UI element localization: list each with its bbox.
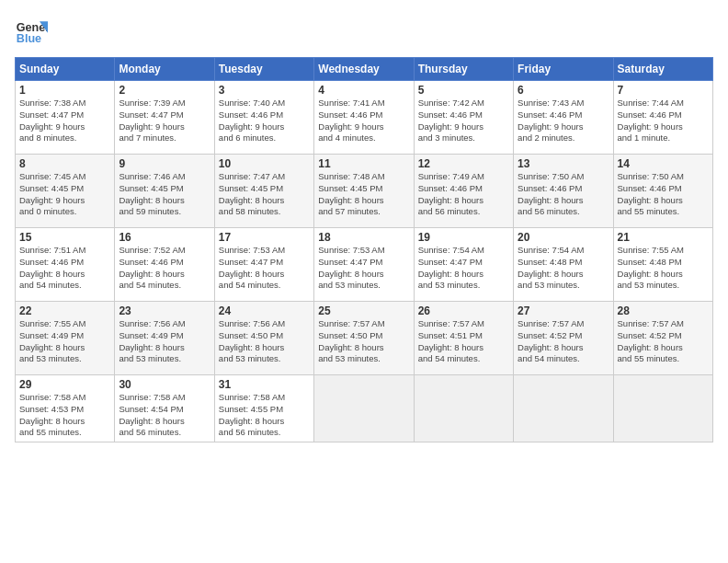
cell-info: and 54 minutes.	[518, 353, 609, 365]
cell-info: Sunrise: 7:57 AM	[618, 318, 709, 330]
logo-icon: General Blue	[15, 15, 48, 48]
cell-info: Daylight: 8 hours	[19, 416, 110, 428]
cell-info: Sunset: 4:46 PM	[219, 109, 310, 121]
cell-info: Daylight: 8 hours	[219, 342, 310, 354]
calendar-cell: 25Sunrise: 7:57 AMSunset: 4:50 PMDayligh…	[314, 302, 414, 375]
cell-info: and 1 minute.	[618, 132, 709, 144]
calendar-week-3: 15Sunrise: 7:51 AMSunset: 4:46 PMDayligh…	[16, 228, 713, 302]
day-number: 5	[418, 84, 509, 97]
calendar-week-5: 29Sunrise: 7:58 AMSunset: 4:53 PMDayligh…	[16, 375, 713, 442]
cell-info: Sunset: 4:46 PM	[518, 109, 609, 121]
col-header-saturday: Saturday	[613, 58, 712, 81]
calendar-cell: 28Sunrise: 7:57 AMSunset: 4:52 PMDayligh…	[613, 302, 712, 375]
calendar-cell: 24Sunrise: 7:56 AMSunset: 4:50 PMDayligh…	[214, 302, 313, 375]
day-number: 6	[518, 84, 609, 97]
cell-info: Sunrise: 7:55 AM	[618, 245, 709, 257]
cell-info: Sunrise: 7:40 AM	[219, 98, 310, 109]
cell-info: Sunrise: 7:53 AM	[219, 245, 310, 257]
page-header: General Blue	[15, 15, 713, 48]
cell-info: Daylight: 8 hours	[119, 342, 210, 354]
cell-info: Daylight: 8 hours	[618, 269, 709, 281]
calendar-cell: 31Sunrise: 7:58 AMSunset: 4:55 PMDayligh…	[214, 375, 313, 442]
cell-info: and 54 minutes.	[418, 353, 509, 365]
cell-info: Sunrise: 7:54 AM	[518, 245, 609, 257]
calendar-cell: 30Sunrise: 7:58 AMSunset: 4:54 PMDayligh…	[115, 375, 214, 442]
calendar-cell: 10Sunrise: 7:47 AMSunset: 4:45 PMDayligh…	[214, 155, 313, 228]
cell-info: Sunrise: 7:51 AM	[19, 245, 110, 257]
col-header-sunday: Sunday	[16, 58, 115, 81]
day-number: 23	[119, 304, 210, 317]
cell-info: Sunrise: 7:47 AM	[219, 171, 310, 183]
calendar-week-4: 22Sunrise: 7:55 AMSunset: 4:49 PMDayligh…	[16, 302, 713, 375]
cell-info: Sunrise: 7:57 AM	[518, 318, 609, 330]
calendar-week-1: 1Sunrise: 7:38 AMSunset: 4:47 PMDaylight…	[16, 81, 713, 155]
cell-info: Sunrise: 7:43 AM	[518, 98, 609, 109]
day-number: 30	[119, 378, 210, 391]
cell-info: and 55 minutes.	[618, 206, 709, 218]
cell-info: Sunrise: 7:53 AM	[318, 245, 409, 257]
col-header-monday: Monday	[115, 58, 214, 81]
cell-info: and 54 minutes.	[219, 280, 310, 292]
cell-info: Daylight: 9 hours	[318, 121, 409, 133]
cell-info: and 59 minutes.	[119, 206, 210, 218]
cell-info: Sunset: 4:46 PM	[119, 257, 210, 269]
cell-info: and 54 minutes.	[119, 280, 210, 292]
calendar-cell: 3Sunrise: 7:40 AMSunset: 4:46 PMDaylight…	[214, 81, 313, 155]
cell-info: Sunset: 4:46 PM	[618, 183, 709, 195]
cell-info: Daylight: 8 hours	[19, 342, 110, 354]
cell-info: Sunrise: 7:39 AM	[119, 98, 210, 109]
cell-info: and 8 minutes.	[19, 132, 110, 144]
day-number: 18	[318, 231, 409, 244]
calendar-week-2: 8Sunrise: 7:45 AMSunset: 4:45 PMDaylight…	[16, 155, 713, 228]
cell-info: and 53 minutes.	[418, 280, 509, 292]
cell-info: Sunrise: 7:58 AM	[19, 392, 110, 404]
cell-info: Sunrise: 7:57 AM	[318, 318, 409, 330]
cell-info: Sunset: 4:47 PM	[19, 109, 110, 121]
calendar-cell: 16Sunrise: 7:52 AMSunset: 4:46 PMDayligh…	[115, 228, 214, 302]
day-number: 16	[119, 231, 210, 244]
cell-info: Sunrise: 7:44 AM	[618, 98, 709, 109]
cell-info: Sunset: 4:51 PM	[418, 330, 509, 342]
cell-info: Sunset: 4:46 PM	[418, 183, 509, 195]
cell-info: and 58 minutes.	[219, 206, 310, 218]
cell-info: and 0 minutes.	[19, 206, 110, 218]
calendar-cell: 1Sunrise: 7:38 AMSunset: 4:47 PMDaylight…	[16, 81, 115, 155]
calendar-cell	[613, 375, 712, 442]
cell-info: Sunset: 4:47 PM	[219, 257, 310, 269]
cell-info: Sunset: 4:46 PM	[618, 109, 709, 121]
cell-info: and 53 minutes.	[518, 280, 609, 292]
cell-info: Daylight: 8 hours	[19, 269, 110, 281]
cell-info: Sunset: 4:46 PM	[318, 109, 409, 121]
cell-info: Sunrise: 7:58 AM	[119, 392, 210, 404]
cell-info: and 53 minutes.	[19, 353, 110, 365]
cell-info: Sunset: 4:46 PM	[518, 183, 609, 195]
day-number: 12	[418, 157, 509, 170]
day-number: 8	[19, 157, 110, 170]
cell-info: and 6 minutes.	[219, 132, 310, 144]
calendar-cell	[314, 375, 414, 442]
cell-info: Daylight: 8 hours	[119, 195, 210, 207]
day-number: 3	[219, 84, 310, 97]
day-number: 29	[19, 378, 110, 391]
cell-info: Daylight: 8 hours	[418, 342, 509, 354]
cell-info: Sunset: 4:47 PM	[318, 257, 409, 269]
cell-info: Sunrise: 7:38 AM	[19, 98, 110, 109]
day-number: 20	[518, 231, 609, 244]
day-number: 25	[318, 304, 409, 317]
cell-info: and 56 minutes.	[518, 206, 609, 218]
cell-info: Daylight: 8 hours	[119, 269, 210, 281]
cell-info: Sunset: 4:52 PM	[518, 330, 609, 342]
cell-info: Daylight: 9 hours	[518, 121, 609, 133]
col-header-tuesday: Tuesday	[214, 58, 313, 81]
cell-info: Sunrise: 7:48 AM	[318, 171, 409, 183]
calendar-cell: 4Sunrise: 7:41 AMSunset: 4:46 PMDaylight…	[314, 81, 414, 155]
calendar-cell: 22Sunrise: 7:55 AMSunset: 4:49 PMDayligh…	[16, 302, 115, 375]
day-number: 24	[219, 304, 310, 317]
calendar-cell: 19Sunrise: 7:54 AMSunset: 4:47 PMDayligh…	[414, 228, 513, 302]
day-number: 7	[618, 84, 709, 97]
cell-info: and 2 minutes.	[518, 132, 609, 144]
cell-info: Daylight: 8 hours	[219, 269, 310, 281]
cell-info: Sunset: 4:45 PM	[119, 183, 210, 195]
cell-info: Sunrise: 7:55 AM	[19, 318, 110, 330]
day-number: 9	[119, 157, 210, 170]
